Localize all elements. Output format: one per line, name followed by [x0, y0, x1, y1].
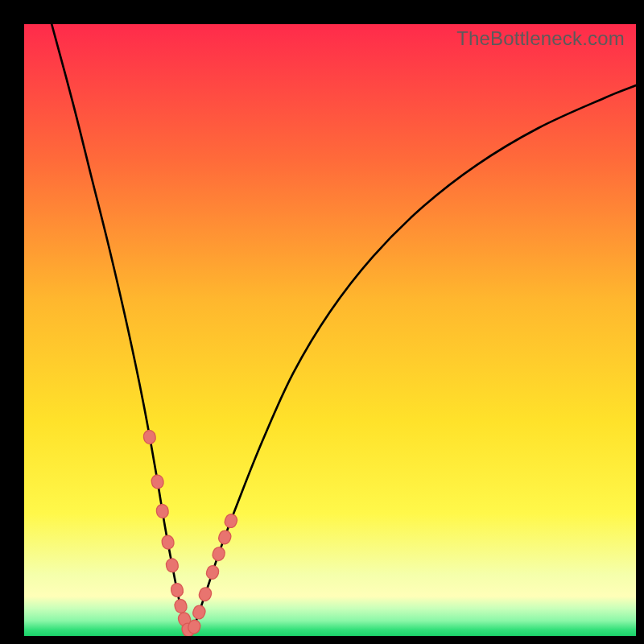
- bead-marker: [217, 529, 233, 546]
- bead-marker: [205, 564, 221, 580]
- bead-marker: [223, 513, 238, 530]
- bead-marker: [170, 582, 184, 597]
- bead-marker: [155, 504, 169, 519]
- beads-left: [142, 429, 196, 636]
- bead-marker: [197, 586, 213, 602]
- beads-right: [187, 513, 239, 635]
- plot-area: TheBottleneck.com: [24, 24, 636, 636]
- curve-right-branch: [191, 85, 636, 636]
- bead-marker: [192, 604, 207, 620]
- bead-marker: [211, 546, 226, 562]
- bead-marker: [173, 598, 188, 614]
- outer-frame: TheBottleneck.com: [0, 0, 644, 644]
- watermark-text: TheBottleneck.com: [456, 27, 625, 50]
- bead-marker: [161, 535, 175, 550]
- bead-marker: [165, 558, 179, 573]
- bead-marker: [151, 474, 164, 489]
- curve-layer: [24, 24, 636, 636]
- bead-marker: [142, 429, 156, 444]
